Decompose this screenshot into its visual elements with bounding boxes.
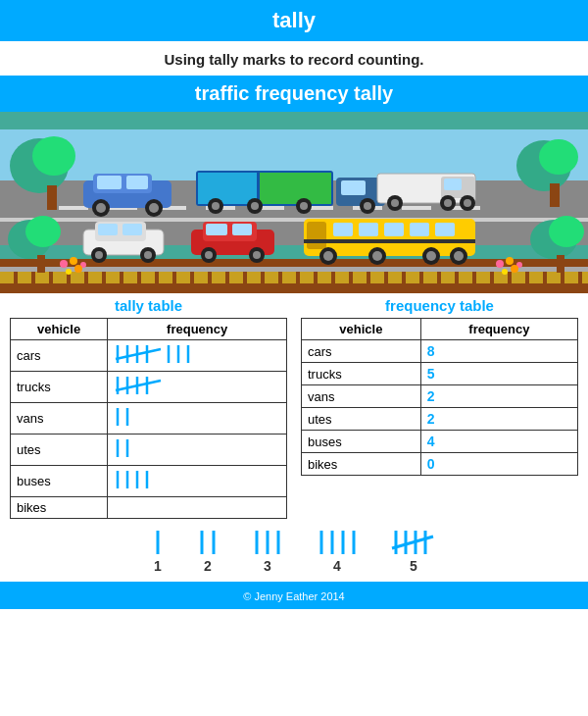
tally-marks-cell: [108, 403, 287, 435]
tally-legend-2: 2: [196, 529, 220, 574]
frequency-table-title: frequency table: [301, 297, 578, 314]
svg-rect-81: [384, 223, 404, 236]
subtitle: Using tally marks to record counting.: [0, 41, 588, 76]
svg-rect-43: [341, 180, 366, 195]
header-bar: tally: [0, 0, 588, 41]
svg-rect-33: [97, 176, 122, 189]
svg-point-10: [549, 216, 584, 247]
tally-marks-cell: [108, 497, 287, 519]
tally-number-3: 3: [251, 558, 284, 574]
svg-rect-80: [359, 223, 378, 236]
tally-mark-1: [151, 529, 165, 556]
footer-bar: © Jenny Eather 2014: [0, 582, 588, 609]
svg-rect-64: [122, 224, 142, 235]
tally-col-frequency: frequency: [108, 319, 287, 340]
svg-point-4: [25, 216, 61, 247]
tally-legend-1: 1: [151, 529, 165, 574]
freq-count-cell: 5: [420, 363, 577, 385]
svg-point-17: [496, 260, 504, 268]
svg-point-51: [364, 202, 371, 210]
tables-section: tally table vehicle frequency carstrucks…: [0, 297, 588, 519]
tally-mark-2: [196, 529, 220, 556]
svg-line-128: [392, 537, 433, 548]
svg-point-16: [74, 265, 82, 273]
svg-point-36: [96, 203, 106, 213]
tally-marks-cell: [108, 372, 287, 403]
svg-rect-8: [550, 183, 560, 207]
svg-rect-84: [304, 239, 475, 243]
svg-point-15: [66, 269, 72, 275]
freq-count-cell: 2: [420, 385, 577, 408]
tally-number-2: 2: [196, 558, 220, 574]
tally-vehicle-cell: trucks: [11, 372, 108, 403]
tally-table-container: tally table vehicle frequency carstrucks…: [10, 297, 287, 519]
svg-rect-41: [260, 173, 331, 204]
tally-legend-5: 5: [390, 529, 437, 574]
svg-rect-22: [59, 206, 88, 210]
svg-point-12: [60, 260, 68, 268]
svg-rect-83: [435, 223, 455, 236]
svg-point-58: [444, 199, 452, 207]
tally-table: vehicle frequency carstrucksvansutesbuse…: [10, 318, 287, 519]
freq-vehicle-cell: buses: [302, 431, 421, 453]
svg-point-45: [212, 202, 220, 210]
tally-legend-3: 3: [251, 529, 284, 574]
svg-point-76: [253, 251, 261, 259]
svg-rect-5: [37, 255, 45, 273]
tally-vehicle-cell: utes: [11, 435, 108, 466]
tally-number-5: 5: [390, 558, 437, 574]
frequency-table: vehicle frequency cars8trucks5vans2utes2…: [301, 318, 578, 476]
freq-vehicle-cell: trucks: [302, 363, 421, 385]
svg-rect-2: [47, 185, 57, 210]
freq-count-cell: 8: [420, 340, 577, 363]
svg-point-38: [149, 203, 159, 213]
footer-text: © Jenny Eather 2014: [243, 590, 345, 602]
section-title: traffic frequency tally: [195, 82, 393, 104]
tally-table-title: tally table: [10, 297, 287, 314]
svg-point-7: [539, 139, 578, 175]
section-bar: traffic frequency tally: [0, 76, 588, 112]
tally-marks-cell: [108, 340, 287, 372]
svg-point-1: [32, 136, 75, 176]
svg-point-20: [502, 269, 508, 275]
tally-col-vehicle: vehicle: [11, 319, 108, 340]
svg-point-74: [205, 251, 213, 259]
traffic-scene: [0, 112, 588, 293]
svg-point-86: [323, 251, 333, 261]
freq-vehicle-cell: utes: [302, 408, 421, 431]
svg-point-90: [426, 251, 436, 261]
svg-point-47: [251, 202, 259, 210]
freq-count-cell: 0: [420, 453, 577, 476]
tally-legend: 1 2 3 4: [0, 519, 588, 578]
svg-rect-72: [232, 224, 252, 235]
freq-count-cell: 4: [420, 431, 577, 453]
svg-rect-71: [206, 224, 227, 235]
svg-rect-11: [557, 255, 564, 273]
vehicles-svg: [0, 112, 588, 293]
tally-vehicle-cell: bikes: [11, 497, 108, 519]
tally-marks-cell: [108, 435, 287, 466]
svg-point-49: [300, 202, 308, 210]
svg-rect-78: [307, 222, 326, 249]
svg-point-60: [464, 199, 471, 207]
freq-vehicle-cell: bikes: [302, 453, 421, 476]
svg-point-13: [70, 257, 77, 265]
svg-rect-63: [98, 224, 118, 235]
freq-col-frequency: frequency: [420, 319, 577, 340]
svg-point-56: [391, 199, 399, 207]
tally-number-1: 1: [151, 558, 165, 574]
svg-rect-34: [126, 176, 148, 189]
freq-col-vehicle: vehicle: [302, 319, 421, 340]
svg-rect-40: [198, 173, 257, 204]
tally-legend-4: 4: [316, 529, 359, 574]
svg-point-18: [506, 257, 514, 265]
svg-rect-54: [444, 179, 462, 190]
svg-point-21: [511, 265, 518, 273]
freq-count-cell: 2: [420, 408, 577, 431]
frequency-table-container: frequency table vehicle frequency cars8t…: [301, 297, 578, 519]
tally-mark-5: [390, 529, 437, 556]
tally-mark-3: [251, 529, 284, 556]
svg-point-88: [372, 251, 382, 261]
svg-point-92: [454, 251, 464, 261]
svg-point-68: [144, 251, 152, 259]
